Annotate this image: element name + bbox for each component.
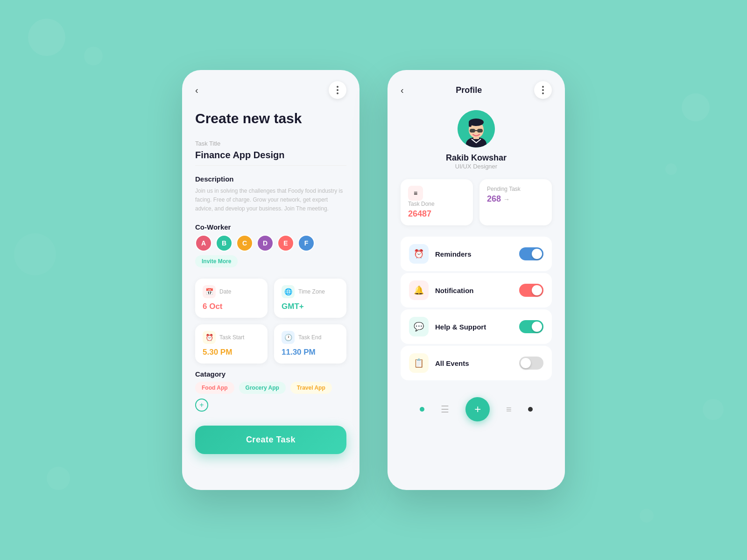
description-text: Join us in solving the challenges that F…	[195, 187, 346, 214]
coworker-avatar-1[interactable]: A	[195, 235, 212, 252]
category-row: Food App Grocery App Travel App +	[195, 382, 346, 412]
all-events-setting[interactable]: 📋 All Events	[401, 346, 552, 380]
reminders-setting[interactable]: ⏰ Reminders	[401, 237, 552, 271]
timezone-value: GMT+	[282, 302, 339, 311]
task-done-card: ≡ Task Done 26487	[401, 179, 473, 225]
timezone-card[interactable]: 🌐 Time Zone GMT+	[274, 279, 346, 318]
coworker-avatar-5[interactable]: E	[277, 235, 294, 252]
help-support-label: Help & Support	[435, 323, 513, 331]
create-task-phone: ‹ Create new task Task Title Finance App…	[182, 70, 359, 490]
create-task-button[interactable]: Create Task	[195, 426, 346, 454]
svg-rect-7	[477, 129, 483, 133]
all-events-label: All Events	[435, 359, 513, 367]
back-button[interactable]: ‹	[195, 85, 198, 96]
task-title-value[interactable]: Finance App Design	[195, 150, 346, 166]
task-title-label: Task Title	[195, 140, 346, 147]
three-dots-icon	[337, 86, 338, 94]
task-start-value: 5.30 PM	[203, 348, 260, 357]
task-end-icon: 🕐	[282, 331, 295, 344]
coworkers-row: A B C D E F Invite More	[195, 235, 346, 267]
pending-task-card: Pending Task 268 →	[479, 179, 552, 225]
profile-back-button[interactable]: ‹	[401, 85, 404, 96]
task-end-card[interactable]: 🕐 Task End 11.30 PM	[274, 324, 346, 364]
add-category-button[interactable]: +	[195, 399, 208, 412]
date-card[interactable]: 📅 Date 6 Oct	[195, 279, 268, 318]
invite-more-button[interactable]: Invite More	[195, 255, 238, 267]
help-support-setting[interactable]: 💬 Help & Support	[401, 309, 552, 344]
svg-rect-6	[470, 129, 475, 133]
menu-button[interactable]	[329, 81, 346, 99]
description-label: Description	[195, 175, 346, 183]
left-phone-header: ‹	[195, 81, 346, 99]
nav-list-icon[interactable]: ≡	[506, 404, 512, 415]
profile-phone: ‹ Profile	[388, 70, 565, 490]
task-start-card[interactable]: ⏰ Task Start 5.30 PM	[195, 324, 268, 364]
bottom-nav: ☰ + ≡	[401, 390, 552, 429]
reminders-icon: ⏰	[409, 244, 429, 264]
svg-rect-5	[469, 121, 472, 127]
notification-setting[interactable]: 🔔 Notification	[401, 273, 552, 308]
task-done-value: 26487	[408, 209, 465, 219]
pending-task-value: 268 →	[487, 194, 544, 204]
profile-role: UI/UX Designer	[401, 163, 552, 170]
coworker-avatar-2[interactable]: B	[216, 235, 233, 252]
task-start-label: Task Start	[219, 334, 244, 341]
all-events-toggle[interactable]	[519, 357, 543, 370]
reminders-toggle[interactable]	[519, 247, 543, 260]
date-timezone-row: 📅 Date 6 Oct 🌐 Time Zone GMT+	[195, 279, 346, 318]
profile-title: Profile	[404, 85, 534, 95]
timezone-icon: 🌐	[282, 285, 295, 298]
coworker-avatar-4[interactable]: D	[257, 235, 274, 252]
profile-three-dots-icon	[542, 86, 544, 94]
task-end-value: 11.30 PM	[282, 348, 339, 357]
task-start-icon: ⏰	[203, 331, 216, 344]
nav-menu-icon[interactable]: ☰	[441, 404, 449, 415]
task-done-icon: ≡	[408, 186, 423, 201]
coworker-label: Co-Worker	[195, 223, 346, 231]
stats-row: ≡ Task Done 26487 Pending Task 268 →	[401, 179, 552, 225]
settings-list: ⏰ Reminders 🔔 Notification 💬	[401, 237, 552, 380]
profile-header: ‹ Profile	[401, 81, 552, 99]
profile-avatar	[458, 110, 495, 147]
profile-menu-button[interactable]	[534, 81, 552, 99]
help-support-toggle[interactable]	[519, 320, 543, 333]
category-grocery-app[interactable]: Grocery App	[239, 382, 286, 394]
profile-name: Rakib Kowshar	[401, 153, 552, 163]
date-value: 6 Oct	[203, 302, 260, 311]
help-support-icon: 💬	[409, 317, 429, 336]
notification-icon: 🔔	[409, 280, 429, 300]
coworker-avatar-6[interactable]: F	[298, 235, 315, 252]
timezone-label: Time Zone	[298, 288, 325, 295]
category-label: Catagory	[195, 370, 346, 378]
all-events-icon: 📋	[409, 353, 429, 373]
page-title: Create new task	[195, 110, 346, 127]
nav-profile-dot[interactable]	[528, 407, 533, 412]
notification-toggle[interactable]	[519, 284, 543, 297]
task-done-label: Task Done	[408, 201, 465, 207]
category-food-app[interactable]: Food App	[195, 382, 234, 394]
category-travel-app[interactable]: Travel App	[290, 382, 332, 394]
time-row: ⏰ Task Start 5.30 PM 🕐 Task End 11.30 PM	[195, 324, 346, 364]
phones-container: ‹ Create new task Task Title Finance App…	[182, 70, 565, 490]
fab-add-button[interactable]: +	[465, 397, 490, 421]
date-label: Date	[219, 288, 231, 295]
notification-label: Notification	[435, 287, 513, 294]
reminders-label: Reminders	[435, 250, 513, 258]
coworker-avatar-3[interactable]: C	[236, 235, 253, 252]
task-end-label: Task End	[298, 334, 321, 341]
pending-task-label: Pending Task	[487, 186, 544, 192]
nav-home-dot[interactable]	[420, 407, 424, 412]
date-icon: 📅	[203, 285, 216, 298]
